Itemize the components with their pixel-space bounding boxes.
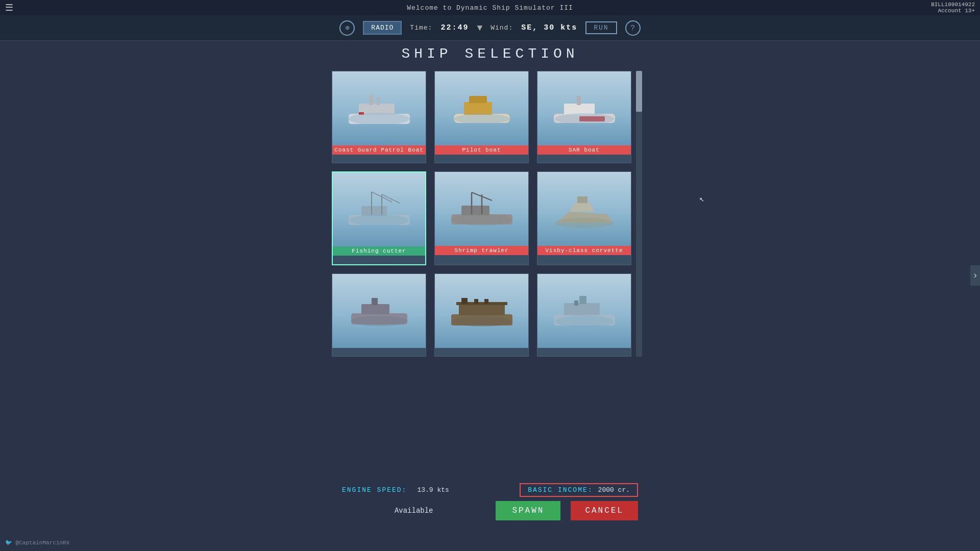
ship-image-ship7 — [332, 274, 426, 348]
svg-rect-40 — [474, 299, 478, 304]
svg-rect-3 — [377, 97, 380, 105]
svg-rect-33 — [361, 304, 389, 314]
ship-label-visby: Visby-class corvette — [537, 246, 631, 255]
availability-label: Available — [342, 507, 485, 515]
ship-image-shrimp-trawler — [435, 172, 528, 246]
twitter-icon: 🐦 — [5, 540, 12, 546]
ship-label-pilot-boat: Pilot boat — [435, 145, 528, 155]
ship-card-visby[interactable]: Visby-class corvette — [537, 171, 631, 265]
svg-point-31 — [555, 218, 614, 228]
ship-image-ship9 — [537, 274, 631, 348]
ship-card-sar-boat[interactable]: SAR boat — [537, 71, 631, 163]
stats-row: ENGINE SPEED: 13.9 kts BASIC INCOME: 200… — [342, 483, 638, 497]
compass-icon[interactable]: ⊕ — [339, 20, 355, 36]
engine-speed-value: 13.9 kts — [417, 486, 509, 494]
app-title: Welcome to Dynamic Ship Simulator III — [407, 4, 573, 12]
top-bar: ☰ Welcome to Dynamic Ship Simulator III … — [0, 0, 980, 15]
ship-card-ship8[interactable] — [434, 273, 529, 357]
svg-rect-13 — [577, 96, 581, 105]
svg-rect-12 — [564, 104, 595, 115]
ship-card-pilot-boat[interactable]: Pilot boat — [434, 71, 529, 163]
engine-speed-label: ENGINE SPEED: — [342, 486, 407, 494]
scrollbar-track[interactable] — [636, 71, 642, 357]
basic-income-label: BASIC INCOME: — [528, 486, 593, 494]
svg-rect-34 — [372, 298, 378, 305]
basic-income-value: 2000 cr. — [598, 486, 630, 494]
svg-rect-44 — [564, 303, 600, 315]
ship-grid: Coast Guard Patrol Boat Pilot boat SAR b… — [332, 71, 633, 357]
time-value: 22:49 — [440, 23, 469, 32]
svg-marker-29 — [569, 203, 595, 212]
menu-icon[interactable]: ☰ — [5, 2, 13, 13]
svg-rect-46 — [574, 300, 578, 306]
ship-image-pilot-boat — [435, 71, 528, 145]
time-label: Time: — [410, 24, 432, 32]
wind-value: SE, 30 kts — [521, 23, 577, 32]
help-icon[interactable]: ? — [625, 20, 641, 36]
ship-card-ship9[interactable] — [537, 273, 631, 357]
right-edge-arrow[interactable]: › — [970, 265, 980, 286]
svg-point-9 — [454, 114, 510, 124]
twitter-handle: 🐦 @CaptainMarcinRX — [5, 539, 69, 546]
ship-label-coast-guard: Coast Guard Patrol Boat — [332, 145, 426, 155]
svg-point-35 — [351, 316, 407, 326]
account-type: Account 13+ — [931, 8, 975, 14]
basic-income-box: BASIC INCOME: 2000 cr. — [520, 483, 638, 497]
svg-rect-7 — [464, 102, 492, 115]
svg-rect-16 — [361, 206, 387, 216]
svg-rect-23 — [461, 206, 489, 215]
svg-rect-8 — [469, 96, 487, 103]
svg-rect-45 — [579, 296, 586, 304]
spawn-button[interactable]: SPAWN — [496, 501, 560, 520]
ship-image-ship8 — [435, 274, 528, 348]
svg-rect-39 — [461, 298, 468, 304]
page-title: SHIP SELECTION — [401, 46, 578, 62]
radio-button[interactable]: RADIO — [363, 21, 402, 35]
ship-image-visby — [537, 172, 631, 246]
ship-label-fishing-cutter: Fishing cutter — [333, 246, 425, 256]
username: BILLi09014922 — [931, 2, 975, 8]
ship-image-coast-guard — [332, 71, 426, 145]
ship-grid-container: Coast Guard Patrol Boat Pilot boat SAR b… — [332, 71, 648, 357]
bottom-bar: ENGINE SPEED: 13.9 kts BASIC INCOME: 200… — [337, 483, 643, 520]
ship-card-fishing-cutter[interactable]: Fishing cutter — [332, 171, 426, 265]
svg-point-27 — [452, 214, 511, 226]
wind-label: Wind: — [491, 24, 513, 32]
ship-card-coast-guard[interactable]: Coast Guard Patrol Boat — [332, 71, 426, 163]
user-info: BILLi09014922 Account 13+ — [931, 2, 975, 14]
action-row: Available SPAWN CANCEL — [342, 501, 638, 520]
svg-point-14 — [555, 113, 614, 124]
svg-rect-41 — [484, 299, 488, 304]
cancel-button[interactable]: CANCEL — [571, 501, 638, 520]
svg-rect-2 — [369, 95, 373, 105]
ship-card-shrimp-trawler[interactable]: Shrimp trawler — [434, 171, 529, 265]
run-button[interactable]: RUN — [585, 21, 617, 34]
scrollbar-thumb[interactable] — [636, 71, 642, 112]
twitter-name: @CaptainMarcinRX — [16, 540, 70, 546]
main-content: SHIP SELECTION Coast Guard Patrol Boat P… — [0, 41, 980, 551]
ship-card-ship7[interactable] — [332, 273, 426, 357]
ship-image-fishing-cutter — [333, 172, 425, 246]
svg-point-47 — [555, 316, 614, 327]
ship-label-sar-boat: SAR boat — [537, 145, 631, 155]
svg-point-21 — [350, 215, 409, 226]
svg-point-5 — [349, 113, 410, 125]
wind-direction-icon: ▼ — [477, 23, 482, 33]
nav-bar: ⊕ RADIO Time: 22:49 ▼ Wind: SE, 30 kts R… — [0, 15, 980, 41]
ship-label-shrimp-trawler: Shrimp trawler — [435, 246, 528, 255]
ship-image-sar-boat — [537, 71, 631, 145]
svg-point-42 — [452, 316, 511, 327]
svg-rect-30 — [577, 196, 587, 203]
